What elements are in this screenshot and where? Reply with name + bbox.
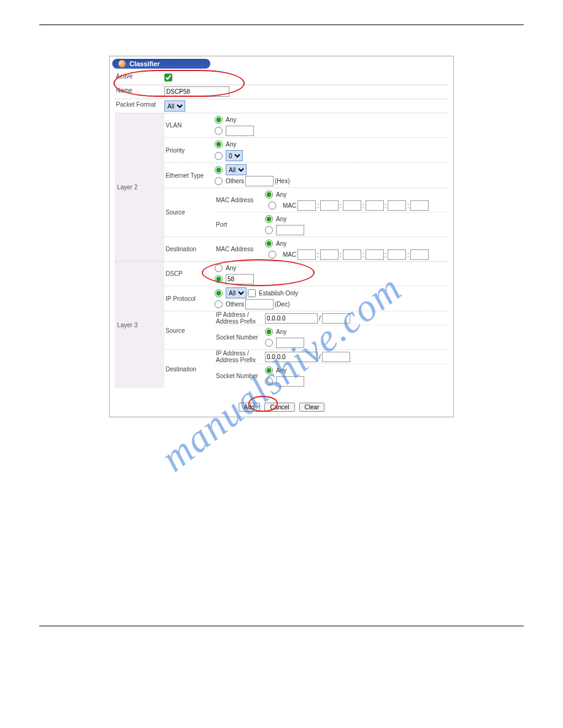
l2-src-mac-value-radio[interactable] xyxy=(265,202,280,210)
l2-dst-mac-any-radio[interactable] xyxy=(265,240,273,248)
layer3-section-label: Layer 3 xyxy=(115,262,164,388)
vlan-value-input[interactable] xyxy=(226,126,254,136)
active-label: Active xyxy=(115,71,163,85)
eth-type-label: Ethernet Type xyxy=(164,172,215,179)
eth-all-radio[interactable] xyxy=(215,166,223,174)
classifier-form-figure: Classifier Active Name Packet Format All… xyxy=(109,56,454,417)
vlan-value-radio[interactable] xyxy=(215,127,223,135)
packet-format-label: Packet Format xyxy=(115,99,163,113)
l2-src-port-any-label: Any xyxy=(276,216,286,222)
priority-label: Priority xyxy=(164,147,215,154)
l3-src-socket-input[interactable] xyxy=(276,338,304,348)
ipproto-others-label: Others xyxy=(226,301,244,308)
panel-titlebar: Classifier xyxy=(112,59,210,69)
l3-src-ip-input[interactable] xyxy=(265,313,318,324)
l2-source-port-label: Port xyxy=(215,221,265,228)
add-button[interactable]: Add xyxy=(239,403,261,412)
l2-dest-mac-label: MAC Address xyxy=(215,246,265,252)
form-actions: Add Cancel Clear xyxy=(110,394,453,417)
page-top-rule xyxy=(39,25,524,25)
l2-src-mac-3[interactable] xyxy=(343,200,361,211)
l3-src-socket-any-label: Any xyxy=(276,328,286,335)
l3-dst-ipaddr-label: IP Address / Address Prefix xyxy=(215,350,265,363)
l2-dst-mac-text: MAC xyxy=(283,251,296,258)
l3-src-prefix-input[interactable] xyxy=(322,313,350,324)
vlan-any-radio[interactable] xyxy=(215,116,223,124)
l2-dst-mac-value-radio[interactable] xyxy=(265,251,280,259)
titlebar-dot-icon xyxy=(118,60,126,67)
page-bottom-rule xyxy=(39,626,524,626)
dscp-value-radio[interactable] xyxy=(215,275,223,283)
l2-src-mac-5[interactable] xyxy=(388,200,406,211)
eth-others-label: Others xyxy=(226,178,244,184)
l2-src-mac-1[interactable] xyxy=(297,200,316,211)
eth-others-input[interactable] xyxy=(245,176,274,186)
layer2-section-label: Layer 2 xyxy=(115,113,164,261)
l2-src-mac-4[interactable] xyxy=(366,200,384,211)
l2-dst-mac-5[interactable] xyxy=(388,249,406,260)
l2-src-mac-2[interactable] xyxy=(320,200,339,211)
eth-all-select[interactable]: All xyxy=(226,164,247,175)
l3-src-socket-value-radio[interactable] xyxy=(265,339,273,347)
ipproto-all-radio[interactable] xyxy=(215,289,223,297)
l2-dst-mac-1[interactable] xyxy=(297,249,316,260)
dscp-value-input[interactable] xyxy=(226,274,254,284)
l2-src-port-any-radio[interactable] xyxy=(265,215,273,223)
ipproto-dec-label: (Dec) xyxy=(275,301,289,308)
l3-dst-socket-label: Socket Number xyxy=(215,373,265,379)
l2-src-port-input[interactable] xyxy=(276,225,304,235)
ipproto-label: IP Protocol xyxy=(164,295,215,302)
l3-src-ipaddr-label: IP Address / Address Prefix xyxy=(215,311,265,325)
l2-dst-mac-3[interactable] xyxy=(343,249,361,260)
dscp-label: DSCP xyxy=(164,270,215,277)
l3-dst-socket-input[interactable] xyxy=(276,376,304,387)
l2-dst-mac-4[interactable] xyxy=(366,249,384,260)
l2-src-mac-6[interactable] xyxy=(410,200,429,211)
l3-dst-socket-value-radio[interactable] xyxy=(265,377,273,385)
l2-dest-label: Destination xyxy=(164,246,215,252)
clear-button[interactable]: Clear xyxy=(299,403,325,412)
vlan-label: VLAN xyxy=(164,122,215,129)
name-label: Name xyxy=(115,85,163,99)
priority-any-radio[interactable] xyxy=(215,140,223,148)
l3-dst-socket-any-radio[interactable] xyxy=(265,366,273,374)
l2-src-mac-any-label: Any xyxy=(276,191,286,198)
l2-source-label: Source xyxy=(164,209,215,216)
l2-src-mac-text: MAC xyxy=(283,202,296,209)
cancel-button[interactable]: Cancel xyxy=(264,403,294,412)
packet-format-select[interactable]: All xyxy=(164,100,185,112)
l2-source-mac-label: MAC Address xyxy=(215,197,265,203)
priority-value-radio[interactable] xyxy=(215,152,223,160)
ipproto-others-radio[interactable] xyxy=(215,300,223,308)
eth-others-radio[interactable] xyxy=(215,177,223,185)
eth-hex-label: (Hex) xyxy=(275,178,289,184)
ipproto-select[interactable]: All xyxy=(226,287,247,298)
l3-dst-socket-any-label: Any xyxy=(276,367,286,374)
l3-dest-label: Destination xyxy=(164,366,215,373)
priority-select[interactable]: 0 xyxy=(226,150,243,161)
vlan-any-label: Any xyxy=(226,116,236,123)
l2-dst-mac-any-label: Any xyxy=(276,240,286,247)
l3-dst-prefix-input[interactable] xyxy=(322,352,350,362)
l3-dst-ip-input[interactable] xyxy=(265,352,318,362)
name-input[interactable] xyxy=(164,86,229,97)
ipproto-others-input[interactable] xyxy=(245,299,274,309)
l2-dst-mac-6[interactable] xyxy=(410,249,429,260)
dscp-any-radio[interactable] xyxy=(215,264,223,272)
l3-src-socket-any-radio[interactable] xyxy=(265,328,273,336)
priority-any-label: Any xyxy=(226,141,236,148)
l2-src-mac-any-radio[interactable] xyxy=(265,191,273,199)
dscp-any-label: Any xyxy=(226,265,236,271)
l3-src-socket-label: Socket Number xyxy=(215,334,265,341)
l2-dst-mac-2[interactable] xyxy=(320,249,339,260)
establish-only-checkbox[interactable] xyxy=(248,289,256,297)
l3-source-label: Source xyxy=(164,327,215,334)
active-checkbox[interactable] xyxy=(164,74,172,82)
establish-only-label: Establish Only xyxy=(259,290,298,297)
l2-src-port-value-radio[interactable] xyxy=(265,226,273,234)
panel-title: Classifier xyxy=(129,60,160,67)
